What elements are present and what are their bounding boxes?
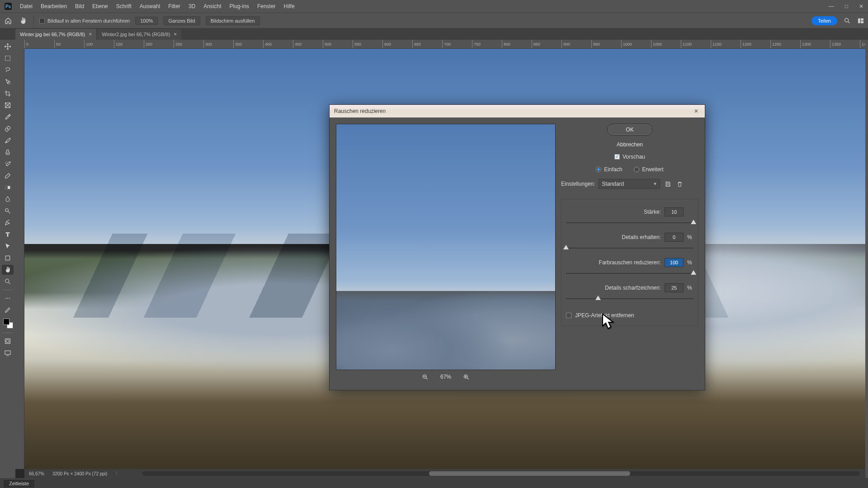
crop-tool-icon[interactable] — [2, 89, 14, 99]
ruler-horizontal[interactable]: 0501001502002503003504004505005506006507… — [24, 40, 865, 49]
quick-mask-icon[interactable] — [2, 336, 14, 346]
reduce-color-noise-input[interactable] — [665, 258, 684, 267]
timeline-panel-tab[interactable]: Zeitleiste — [4, 479, 34, 488]
path-select-tool-icon[interactable] — [2, 241, 14, 251]
close-window-icon[interactable]: ✕ — [859, 3, 863, 9]
mode-simple-radio[interactable]: Einfach — [596, 166, 622, 173]
color-swatch[interactable] — [2, 317, 14, 329]
menu-plugins[interactable]: Plug-ins — [230, 3, 249, 9]
info-chevron-icon[interactable]: 〉 — [115, 470, 120, 477]
radio-icon — [596, 167, 601, 172]
menu-bild[interactable]: Bild — [75, 3, 84, 9]
radio-icon — [634, 167, 639, 172]
zoom-percent-field[interactable]: 100% — [135, 17, 158, 25]
history-brush-tool-icon[interactable] — [2, 159, 14, 169]
gradient-tool-icon[interactable] — [2, 183, 14, 192]
strength-slider[interactable] — [566, 219, 693, 226]
document-tab-label: Winter.jpg bei 66,7% (RGB/8) — [20, 32, 85, 37]
menu-3d[interactable]: 3D — [189, 3, 195, 9]
type-tool-icon[interactable] — [2, 230, 14, 239]
close-tab-icon[interactable]: × — [174, 31, 177, 38]
stamp-tool-icon[interactable] — [2, 147, 14, 157]
pen-tool-icon[interactable] — [2, 218, 14, 228]
save-preset-icon[interactable] — [664, 180, 672, 188]
frame-tool-icon[interactable] — [2, 100, 14, 110]
dialog-title-text: Rauschen reduzieren — [334, 108, 386, 114]
shape-tool-icon[interactable] — [2, 253, 14, 263]
dialog-preview-image[interactable] — [336, 124, 556, 370]
sharpen-details-slider[interactable] — [566, 295, 693, 302]
settings-preset-dropdown[interactable]: Standard ▼ — [599, 179, 660, 189]
edit-toolbar-icon[interactable] — [2, 305, 14, 315]
marquee-tool-icon[interactable] — [2, 53, 14, 63]
blur-tool-icon[interactable] — [2, 194, 14, 204]
menu-schrift[interactable]: Schrift — [116, 3, 132, 9]
zoom-out-icon[interactable] — [421, 373, 429, 381]
dialog-close-icon[interactable]: ✕ — [692, 107, 700, 115]
remove-jpeg-artifact-checkbox[interactable]: JPEG-Artefakt entfernen — [566, 312, 693, 319]
svg-rect-4 — [5, 56, 10, 61]
status-bar: 66,67% 3200 Px × 2400 Px (72 ppi) 〉 ◀ — [24, 469, 865, 478]
settings-preset-value: Standard — [602, 181, 624, 187]
document-tab-inactive[interactable]: Winter2.jpg bei 66,7% (RGB/8) × — [97, 29, 181, 40]
collapsed-right-panels[interactable] — [865, 40, 868, 478]
hand-tool-icon[interactable] — [18, 16, 28, 26]
search-icon[interactable] — [844, 17, 851, 24]
svg-point-10 — [5, 209, 9, 212]
zoom-readout[interactable]: 66,67% — [29, 471, 44, 476]
document-tab-active[interactable]: Winter.jpg bei 66,7% (RGB/8) × — [15, 29, 96, 40]
close-tab-icon[interactable]: × — [89, 31, 92, 38]
preview-checkbox[interactable]: Vorschau — [561, 154, 698, 160]
eyedropper-tool-icon[interactable] — [2, 112, 14, 122]
home-icon[interactable] — [4, 16, 13, 25]
maximize-icon[interactable]: □ — [845, 3, 848, 9]
fill-screen-button[interactable]: Bildschirm ausfüllen — [206, 16, 260, 25]
zoom-tool-icon[interactable] — [2, 277, 14, 286]
ok-button[interactable]: OK — [607, 124, 652, 136]
menu-hilfe[interactable]: Hilfe — [284, 3, 295, 9]
ruler-vertical[interactable] — [15, 49, 24, 469]
fit-screen-button[interactable]: Ganzes Bild — [163, 16, 200, 25]
menu-datei[interactable]: Datei — [20, 3, 33, 9]
delete-preset-icon[interactable] — [675, 180, 684, 188]
reduce-color-noise-label: Farbrauschen reduzieren: — [599, 259, 661, 266]
preserve-details-unit: % — [687, 234, 693, 240]
screen-mode-icon[interactable] — [2, 348, 14, 358]
brush-tool-icon[interactable] — [2, 136, 14, 145]
menu-filter[interactable]: Filter — [168, 3, 180, 9]
menu-auswahl[interactable]: Auswahl — [140, 3, 160, 9]
scrollbar-thumb[interactable] — [429, 471, 630, 476]
dialog-titlebar[interactable]: Rauschen reduzieren ✕ — [330, 105, 705, 117]
cancel-button[interactable]: Abbrechen — [607, 139, 652, 150]
menu-bearbeiten[interactable]: Bearbeiten — [41, 3, 67, 9]
preserve-details-input[interactable] — [665, 233, 684, 242]
menu-fenster[interactable]: Fenster — [257, 3, 276, 9]
move-tool-icon[interactable] — [2, 42, 14, 52]
preserve-details-slider[interactable] — [566, 244, 693, 252]
share-button[interactable]: Teilen — [811, 16, 837, 25]
scroll-all-windows-checkbox[interactable]: Bildlauf in allen Fenstern durchführen — [39, 18, 130, 23]
doc-info[interactable]: 3200 Px × 2400 Px (72 ppi) — [52, 471, 107, 476]
quick-select-tool-icon[interactable] — [2, 77, 14, 87]
document-tab-strip: Winter.jpg bei 66,7% (RGB/8) × Winter2.j… — [0, 28, 868, 40]
tool-separator — [2, 333, 13, 333]
dodge-tool-icon[interactable] — [2, 206, 14, 216]
eraser-tool-icon[interactable] — [2, 171, 14, 181]
ruler-origin[interactable] — [15, 40, 24, 49]
reduce-color-noise-slider[interactable] — [566, 270, 693, 277]
preview-checkbox-label: Vorschau — [623, 154, 645, 160]
zoom-in-icon[interactable] — [462, 373, 470, 381]
menu-ansicht[interactable]: Ansicht — [203, 3, 221, 9]
more-tools-icon[interactable]: ⋯ — [2, 293, 14, 303]
sharpen-details-input[interactable] — [665, 283, 684, 292]
menu-ebene[interactable]: Ebene — [92, 3, 108, 9]
strength-input[interactable] — [665, 207, 684, 216]
workspace-switcher-icon[interactable] — [857, 17, 864, 24]
horizontal-scrollbar[interactable] — [142, 471, 860, 476]
mode-advanced-radio[interactable]: Erweitert — [634, 166, 663, 173]
lasso-tool-icon[interactable] — [2, 65, 14, 75]
tool-panel: ⋯ — [0, 40, 15, 478]
hand-tool-icon[interactable] — [2, 265, 14, 275]
healing-tool-icon[interactable] — [2, 124, 14, 134]
minimize-icon[interactable]: — — [829, 3, 834, 9]
